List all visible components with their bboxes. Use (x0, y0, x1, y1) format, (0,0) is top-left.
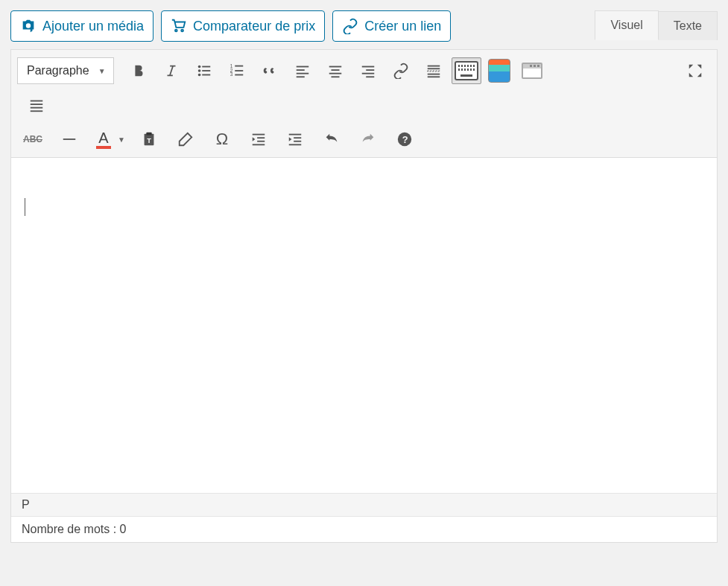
text-color-apply[interactable]: A (93, 126, 114, 153)
numbered-list-button[interactable]: 123 (222, 57, 252, 84)
bold-button[interactable] (124, 57, 153, 84)
svg-rect-3 (202, 70, 210, 71)
undo-button[interactable] (317, 126, 346, 153)
outdent-button[interactable] (244, 126, 273, 153)
tab-visual[interactable]: Visuel (595, 10, 658, 40)
svg-rect-37 (253, 134, 265, 136)
svg-rect-38 (257, 137, 265, 138)
price-compare-button[interactable]: Comparateur de prix (161, 10, 325, 42)
svg-rect-20 (361, 66, 374, 68)
indent-icon (287, 131, 303, 147)
omega-icon: Ω (216, 130, 228, 149)
paragraph-format-select[interactable]: Paragraphe (17, 57, 114, 84)
add-media-label: Ajouter un média (42, 19, 144, 34)
align-right-icon (360, 63, 376, 79)
help-icon: ? (396, 131, 413, 147)
hr-icon (61, 131, 77, 147)
svg-rect-39 (257, 141, 265, 142)
element-path-bar[interactable]: P (11, 493, 717, 517)
editor-mode-tabs: Visuel Texte (595, 10, 718, 40)
svg-rect-29 (31, 101, 43, 102)
align-left-button[interactable] (288, 57, 317, 84)
svg-rect-33 (63, 138, 76, 140)
italic-icon (163, 63, 180, 79)
price-compare-label: Comparateur de prix (193, 19, 315, 34)
format-select-label: Paragraphe (27, 64, 89, 77)
fullscreen-icon (687, 63, 703, 79)
toolbar-row-1: Paragraphe 123 (17, 54, 711, 87)
svg-rect-9 (235, 70, 243, 71)
justify-icon (28, 97, 45, 113)
svg-rect-44 (289, 144, 302, 145)
window-button[interactable] (517, 57, 547, 84)
special-character-button[interactable]: Ω (207, 126, 237, 153)
clear-formatting-button[interactable] (171, 126, 200, 153)
svg-rect-22 (361, 73, 374, 74)
align-center-icon (327, 63, 344, 79)
bullet-list-button[interactable] (189, 57, 219, 84)
editor-content-area[interactable] (11, 158, 717, 493)
svg-rect-27 (427, 74, 440, 75)
svg-rect-31 (31, 107, 43, 109)
svg-rect-21 (366, 69, 374, 71)
blockquote-button[interactable] (255, 57, 285, 84)
create-link-label: Créer un lien (364, 19, 441, 34)
align-center-button[interactable] (320, 57, 350, 84)
numbered-list-icon: 123 (229, 63, 245, 79)
paste-text-button[interactable]: T (134, 126, 164, 153)
toolbar-toggle-button[interactable] (452, 57, 481, 84)
svg-rect-14 (296, 73, 308, 74)
svg-rect-25 (427, 68, 440, 69)
strikethrough-button[interactable]: ABC (18, 126, 48, 153)
fullscreen-button[interactable] (680, 57, 710, 84)
text-color-dropdown[interactable]: ▼ (114, 126, 129, 153)
svg-rect-13 (296, 69, 304, 71)
insert-link-button[interactable] (386, 57, 416, 84)
add-media-button[interactable]: Ajouter un média (10, 10, 153, 42)
svg-rect-5 (202, 74, 210, 76)
svg-rect-41 (289, 134, 302, 136)
editor-toolbar: Paragraphe 123 (11, 50, 717, 158)
keyboard-icon (455, 61, 478, 80)
read-more-icon (425, 63, 442, 79)
color-table-icon (488, 59, 510, 83)
svg-rect-7 (235, 66, 243, 67)
align-left-icon (294, 63, 311, 79)
word-count-bar: Nombre de mots : 0 (11, 517, 717, 542)
svg-text:3: 3 (230, 71, 232, 77)
clipboard-t-icon: T (141, 131, 157, 147)
redo-button[interactable] (353, 126, 383, 153)
help-button[interactable]: ? (390, 126, 420, 153)
justify-button[interactable] (22, 92, 51, 118)
svg-rect-1 (202, 66, 210, 68)
undo-icon (323, 131, 340, 147)
camera-music-icon (20, 18, 37, 34)
toolbar-row-1b (17, 89, 711, 121)
link-icon (342, 18, 358, 34)
svg-rect-18 (329, 73, 341, 74)
tab-text[interactable]: Texte (658, 11, 718, 40)
table-button[interactable] (484, 57, 514, 84)
svg-rect-24 (427, 66, 440, 67)
svg-rect-15 (296, 76, 304, 77)
svg-rect-42 (294, 137, 301, 138)
svg-rect-32 (31, 110, 43, 112)
svg-point-4 (197, 74, 200, 77)
editor-top-row: Ajouter un média Comparateur de prix Cré… (10, 10, 718, 42)
indent-button[interactable] (280, 126, 310, 153)
eraser-icon (177, 131, 194, 147)
toolbar-row-2: ABC A ▼ T Ω (17, 123, 711, 156)
create-link-button[interactable]: Créer un lien (332, 10, 451, 42)
read-more-button[interactable] (419, 57, 449, 84)
text-color-button[interactable]: A ▼ (93, 126, 129, 153)
text-cursor (25, 198, 25, 216)
align-right-button[interactable] (353, 57, 383, 84)
svg-point-0 (197, 66, 200, 69)
text-color-letter: A (98, 130, 108, 145)
svg-text:T: T (147, 137, 151, 144)
italic-button[interactable] (156, 57, 186, 84)
bullet-list-icon (196, 63, 212, 79)
strikethrough-icon: ABC (23, 134, 42, 144)
outdent-icon (250, 131, 267, 147)
horizontal-rule-button[interactable] (54, 126, 84, 153)
